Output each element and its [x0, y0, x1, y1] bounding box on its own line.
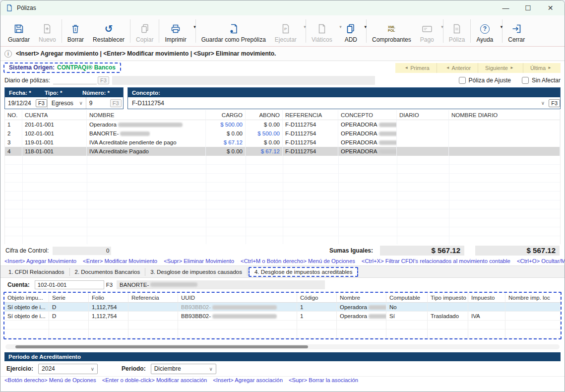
chevron-down-icon[interactable]: ▾ — [501, 24, 503, 29]
numero-label: Número: * — [78, 90, 114, 96]
close-button[interactable]: ✕ — [539, 1, 562, 15]
cuenta-name-field: BANORTE- — [117, 280, 325, 289]
new-doc-icon — [42, 22, 53, 35]
table-row[interactable]: Sí objeto de i... — [4, 312, 49, 321]
col-nombre-diario[interactable]: NOMBRE DIARIO — [449, 110, 560, 120]
delete-button[interactable]: Borrar — [63, 16, 88, 46]
chevron-down-icon[interactable]: ▾ — [304, 24, 306, 29]
col-concepto[interactable]: CONCEPTO — [338, 110, 397, 120]
maximize-button[interactable]: ☐ — [517, 1, 539, 15]
diario-f3-button[interactable]: F3 — [98, 76, 109, 84]
redacted-text — [212, 305, 277, 310]
add-button[interactable]: ADD ▾ — [340, 16, 365, 46]
col-nombre-imp-loc[interactable]: Nombre imp. loc — [505, 293, 561, 303]
comprobantes-button[interactable]: XMLPOL Comprobantes — [368, 16, 416, 46]
table-row[interactable]: 2 — [5, 129, 22, 138]
col-codigo[interactable]: Código — [297, 293, 337, 303]
chevron-down-icon: ∨ — [91, 366, 94, 372]
periodo-controls: Ejercicio: 2024 ∨ Periodo: Diciembre ∨ — [0, 361, 565, 376]
cuenta-input[interactable]: 102-01-001 — [35, 280, 104, 289]
tab-documentos-bancarios[interactable]: 2. Documentos Bancarios — [70, 268, 146, 276]
chevron-down-icon[interactable]: ▾ — [441, 24, 443, 29]
col-objeto[interactable]: Objeto impu... — [4, 293, 49, 303]
record-nav: ◄Primera ◄Anterior Siguiente► Última► — [395, 63, 561, 73]
col-referencia[interactable]: REFERENCIA — [283, 110, 338, 120]
col-tipo-impuesto[interactable]: Tipo impuesto — [428, 293, 468, 303]
polizas-window: Pólizas — ☐ ✕ Guardar Nuevo Borrar — [0, 0, 565, 392]
col-nombre[interactable]: Nombre — [337, 293, 386, 303]
chevron-down-icon[interactable]: ▾ — [193, 24, 196, 29]
redacted-text — [369, 314, 386, 319]
tab-cfdi-relacionados[interactable]: 1. CFDI Relacionados — [3, 268, 70, 276]
periodo-select[interactable]: Diciembre ∨ — [151, 364, 216, 374]
fecha-value[interactable]: 19/12/24 — [5, 100, 36, 107]
concepto-f3-button[interactable]: F3 — [549, 99, 560, 107]
ejercicio-select[interactable]: 2024 ∨ — [38, 364, 98, 374]
table-row[interactable]: Sí objeto de i... — [4, 303, 49, 312]
origin-value: CONTPAQi® Bancos — [57, 64, 116, 71]
diario-row: Diario de pólizas: F3 Póliza de Ajuste S… — [0, 74, 565, 86]
redacted-text — [369, 305, 386, 310]
diario-input[interactable] — [53, 76, 97, 84]
execute-button[interactable]: P Ejecutar ▾ — [270, 16, 305, 46]
col-serie[interactable]: Serie — [49, 293, 89, 303]
nav-first-button[interactable]: ◄Primera — [395, 63, 436, 73]
numero-f3-button[interactable]: F3 — [110, 99, 122, 107]
col-cuenta[interactable]: CUENTA — [22, 110, 87, 120]
save-button[interactable]: Guardar — [3, 16, 34, 46]
col-impuesto[interactable]: Impuesto — [468, 293, 505, 303]
diario-name-field — [112, 76, 375, 85]
table-row[interactable]: 3 — [5, 138, 22, 147]
tab-impuestos-causados[interactable]: 3. Desglose de impuestos causados — [145, 268, 248, 276]
restore-button[interactable]: ↺ Restablecer — [88, 16, 129, 46]
redacted-text — [120, 131, 150, 136]
table-row[interactable]: 1 — [5, 120, 22, 129]
save-as-prepoliza-button[interactable]: Guardar como Prepóliza — [197, 16, 270, 46]
numero-value[interactable]: 9 — [86, 100, 110, 107]
col-nombre[interactable]: NOMBRE — [87, 110, 206, 120]
poliza-ajuste-checkbox[interactable]: Póliza de Ajuste — [459, 77, 511, 84]
minimize-button[interactable]: — — [495, 1, 517, 15]
col-diario[interactable]: DIARIO — [397, 110, 449, 120]
copy-button[interactable]: Copiar — [131, 16, 158, 46]
doc-p-icon: P — [280, 22, 291, 35]
poliza-button[interactable]: Póliza — [444, 16, 470, 46]
concepto-label: Concepto: — [128, 90, 164, 96]
chevron-down-icon[interactable]: ∨ — [541, 100, 547, 106]
doc-lines-icon — [451, 22, 462, 35]
col-abono[interactable]: ABONO — [246, 110, 283, 120]
grid-hints: <Insert> Agregar Movimiento <Enter> Modi… — [0, 257, 565, 265]
scrollbar-thumb[interactable] — [15, 345, 308, 348]
col-no[interactable]: NO. — [5, 110, 22, 120]
poliza-header-form: Fecha: * Tipo: * Número: * 19/12/24 F3 E… — [0, 86, 565, 109]
movements-grid: NO. CUENTA NOMBRE CARGO ABONO REFERENCIA… — [4, 110, 561, 244]
close-window-button[interactable]: Cerrar — [503, 16, 529, 46]
chevron-down-icon[interactable]: ▾ — [365, 24, 367, 29]
help-button[interactable]: ? Ayuda ▾ — [472, 16, 501, 46]
diario-label: Diario de pólizas: — [4, 77, 50, 84]
new-button[interactable]: Nuevo — [34, 16, 61, 46]
table-row-selected[interactable]: 4 — [5, 147, 22, 156]
redacted-text — [150, 282, 197, 287]
col-computable[interactable]: Computable — [386, 293, 428, 303]
cuenta-f3-button[interactable]: F3 — [106, 282, 113, 288]
concepto-value[interactable]: F-D1112754 ∨ — [128, 100, 547, 107]
print-button[interactable]: Imprimir ▾ — [160, 16, 194, 46]
col-uuid[interactable]: UUID — [178, 293, 297, 303]
col-cargo[interactable]: CARGO — [206, 110, 246, 120]
periodo-section-header: Periodo de Acreditamiento — [4, 352, 561, 361]
fecha-f3-button[interactable]: F3 — [36, 99, 47, 107]
col-referencia[interactable]: Referencia — [128, 293, 178, 303]
sin-afectar-checkbox[interactable]: Sin Afectar — [522, 77, 561, 84]
horizontal-scrollbar[interactable] — [5, 344, 560, 349]
tipo-select[interactable]: Egresos ∨ — [49, 98, 85, 108]
redacted-text — [212, 314, 277, 319]
nav-prev-button[interactable]: ◄Anterior — [437, 63, 478, 73]
nav-last-button[interactable]: Última► — [523, 63, 561, 73]
chevron-down-icon: ∨ — [79, 100, 83, 106]
tab-impuestos-acreditables[interactable]: 4. Desglose de impuestos acreditables — [249, 267, 359, 277]
nav-next-button[interactable]: Siguiente► — [478, 63, 523, 73]
pago-button[interactable]: Pago ▾ — [416, 16, 442, 46]
col-folio[interactable]: Folio — [89, 293, 128, 303]
viaticos-button[interactable]: Viáticos ▾ — [307, 16, 340, 46]
